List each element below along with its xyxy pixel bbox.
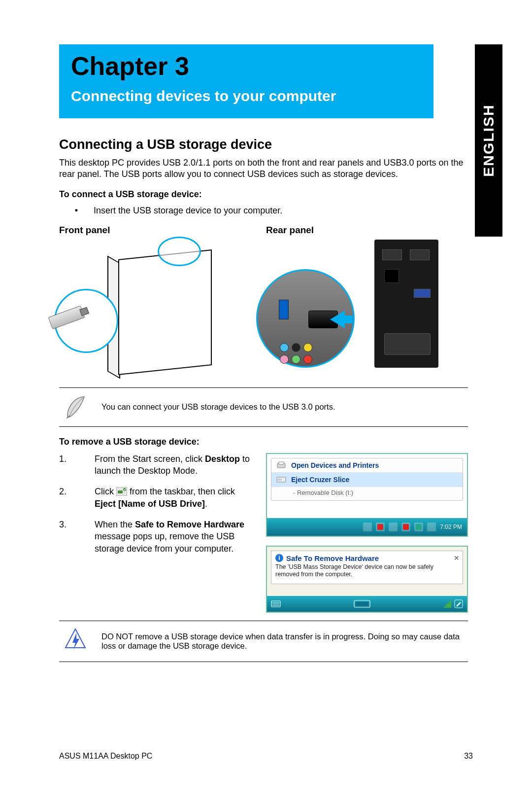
tray-edit-icon[interactable] xyxy=(454,599,463,608)
front-top-callout-icon xyxy=(158,237,201,266)
bullet-dot-icon: • xyxy=(59,206,94,216)
menu-open-devices-label: Open Devices and Printers xyxy=(291,461,379,469)
rear-panel-label: Rear panel xyxy=(266,225,314,236)
page-number: 33 xyxy=(464,752,473,761)
drive-icon xyxy=(276,476,286,484)
language-label: ENGLISH xyxy=(480,104,497,176)
svg-rect-6 xyxy=(278,479,282,481)
menu-eject-drive[interactable]: Eject Cruzer Slice xyxy=(271,473,463,487)
remove-subheading: To remove a USB storage device: xyxy=(59,437,468,447)
tray-icon[interactable] xyxy=(401,523,410,531)
eject-menu-screenshot: Open Devices and Printers Eject Cruzer S… xyxy=(266,453,468,537)
tray-keyboard-icon[interactable] xyxy=(271,600,281,608)
safe-remove-tooltip: ✕ i Safe To Remove Hardware The 'USB Mas… xyxy=(271,551,463,584)
svg-rect-12 xyxy=(356,602,368,606)
insert-arrow-icon xyxy=(330,311,345,328)
chapter-number: Chapter 3 xyxy=(71,51,422,81)
tray-window-icon[interactable] xyxy=(354,600,370,608)
menu-removable-disk[interactable]: - Removable Disk (I:) xyxy=(271,487,463,500)
step-3: When the Safe to Remove Hardware message… xyxy=(59,519,256,555)
menu-eject-drive-label: Eject Cruzer Slice xyxy=(291,476,349,484)
tray-icon[interactable] xyxy=(414,523,423,531)
front-panel-label: Front panel xyxy=(59,225,266,236)
tooltip-body: The 'USB Mass Storage Device' device can… xyxy=(275,563,459,579)
tray-icon[interactable] xyxy=(389,523,398,531)
tray-volume-icon[interactable] xyxy=(427,523,436,531)
taskbar xyxy=(267,596,467,612)
svg-rect-1 xyxy=(118,490,123,493)
note-text: You can connect your USB storage devices… xyxy=(101,402,468,412)
tray-icon[interactable] xyxy=(376,523,385,531)
step-2: Click from the taskbar, then click Eject… xyxy=(59,486,256,510)
safe-remove-screenshot: ✕ i Safe To Remove Hardware The 'USB Mas… xyxy=(266,546,468,613)
svg-rect-4 xyxy=(279,462,284,464)
connect-subheading: To connect a USB storage device: xyxy=(59,189,468,200)
info-icon: i xyxy=(275,554,283,562)
connect-bullet-text: Insert the USB storage device to your co… xyxy=(94,206,282,216)
taskbar: 7:02 PM xyxy=(267,518,467,536)
usb3-port-icon xyxy=(279,300,289,319)
rear-panel-illustration xyxy=(251,240,438,378)
note-feather-icon xyxy=(65,395,86,419)
intro-paragraph: This desktop PC provides USB 2.0/1.1 por… xyxy=(59,157,468,180)
tooltip-title: Safe To Remove Hardware xyxy=(286,554,379,562)
tray-flag-icon[interactable] xyxy=(443,600,451,608)
section-heading: Connecting a USB storage device xyxy=(59,137,468,152)
menu-open-devices[interactable]: Open Devices and Printers xyxy=(271,458,463,473)
warning-bolt-icon xyxy=(65,628,86,655)
warning-text: DO NOT remove a USB storage device when … xyxy=(101,632,468,651)
chapter-subtitle: Connecting devices to your computer xyxy=(71,88,422,105)
taskbar-clock: 7:02 PM xyxy=(440,523,462,530)
tray-icon[interactable] xyxy=(363,523,372,531)
front-panel-illustration xyxy=(59,240,232,378)
tray-usb-icon xyxy=(116,487,127,496)
step-1: From the Start screen, click Desktop to … xyxy=(59,453,256,477)
tooltip-close-icon[interactable]: ✕ xyxy=(454,554,460,562)
language-tab: ENGLISH xyxy=(475,44,502,237)
footer-product: ASUS M11AA Desktop PC xyxy=(59,752,152,761)
printer-icon xyxy=(276,461,286,469)
chapter-banner: Chapter 3 Connecting devices to your com… xyxy=(59,44,433,118)
